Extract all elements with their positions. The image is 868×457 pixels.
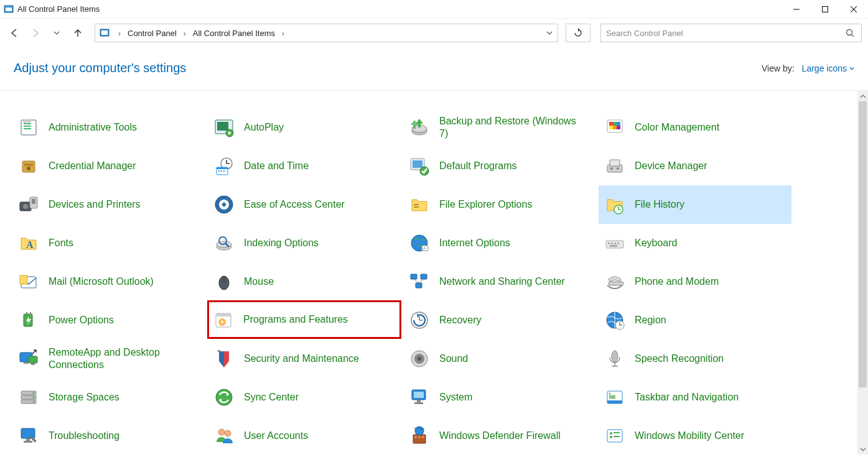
- minimize-button[interactable]: [782, 0, 811, 19]
- cp-item-label: File History: [635, 198, 684, 211]
- cp-item-ease[interactable]: Ease of Access Center: [208, 185, 401, 224]
- remote-icon: [16, 346, 41, 371]
- breadcrumb-chevron[interactable]: ›: [179, 29, 190, 38]
- svg-rect-129: [414, 436, 417, 438]
- cp-item-system[interactable]: System: [403, 378, 596, 417]
- back-button[interactable]: [6, 25, 22, 41]
- backup-icon: [407, 115, 432, 140]
- scroll-down-arrow[interactable]: [857, 444, 868, 455]
- cp-item-mail[interactable]: Mail (Microsoft Outlook): [12, 262, 205, 301]
- svg-rect-30: [24, 164, 33, 166]
- svg-rect-85: [216, 313, 231, 316]
- svg-rect-4: [823, 6, 828, 12]
- recent-locations-dropdown[interactable]: [49, 25, 65, 41]
- cp-item-filehist[interactable]: File History: [599, 185, 791, 224]
- breadcrumb-chevron[interactable]: ›: [278, 29, 289, 38]
- cp-item-label: Mail (Microsoft Outlook): [49, 275, 154, 288]
- svg-rect-39: [223, 170, 225, 172]
- close-button[interactable]: [839, 0, 868, 19]
- maximize-button[interactable]: [811, 0, 839, 19]
- cp-item-label: Sound: [439, 353, 468, 365]
- autoplay-icon: [212, 115, 236, 140]
- cp-item-label: Color Management: [635, 121, 719, 134]
- cp-item-label: AutoPlay: [244, 121, 284, 134]
- svg-rect-13: [24, 126, 31, 127]
- fonts-icon: A: [16, 231, 41, 256]
- cp-item-taskbar[interactable]: Taskbar and Navigation: [599, 378, 791, 417]
- cp-item-defaultprog[interactable]: Default Programs: [403, 147, 596, 185]
- cp-item-credential[interactable]: Credential Manager: [12, 147, 205, 185]
- svg-rect-77: [416, 283, 422, 288]
- refresh-button[interactable]: [566, 24, 590, 42]
- cp-item-network[interactable]: Network and Sharing Center: [403, 262, 596, 301]
- svg-rect-68: [614, 242, 616, 244]
- cp-item-indexing[interactable]: Indexing Options: [208, 224, 401, 262]
- cp-item-mouse[interactable]: Mouse: [208, 262, 401, 301]
- cp-item-datetime[interactable]: Date and Time: [208, 147, 401, 185]
- cp-item-speech[interactable]: Speech Recognition: [599, 339, 791, 378]
- breadcrumb-control-panel[interactable]: Control Panel: [125, 24, 179, 42]
- cp-item-security[interactable]: Security and Maintenance: [208, 339, 401, 378]
- svg-rect-66: [608, 242, 610, 244]
- cp-item-admin[interactable]: Administrative Tools: [12, 108, 205, 147]
- cp-item-users[interactable]: User Accounts: [208, 417, 401, 455]
- cp-item-devices[interactable]: Devices and Printers: [12, 185, 205, 224]
- scroll-thumb[interactable]: [859, 101, 867, 387]
- scroll-up-arrow[interactable]: [857, 91, 868, 101]
- svg-rect-75: [411, 274, 417, 279]
- svg-point-31: [27, 167, 30, 170]
- address-bar[interactable]: › Control Panel › All Control Panel Item…: [95, 24, 558, 42]
- cp-item-label: Storage Spaces: [49, 391, 119, 404]
- cp-item-storage[interactable]: Storage Spaces: [12, 378, 205, 417]
- cp-item-autoplay[interactable]: AutoPlay: [208, 108, 401, 147]
- cp-item-region[interactable]: Region: [599, 301, 791, 339]
- svg-point-112: [33, 401, 35, 403]
- svg-rect-37: [218, 170, 220, 172]
- cp-item-remote[interactable]: RemoteApp and Desktop Connections: [12, 339, 205, 378]
- cp-item-trouble[interactable]: Troubleshooting: [12, 417, 205, 455]
- cp-item-power[interactable]: Power Options: [12, 301, 205, 339]
- cp-item-recovery[interactable]: Recovery: [403, 301, 596, 339]
- cp-item-label: Default Programs: [439, 160, 517, 172]
- cp-item-keyboard[interactable]: Keyboard: [599, 224, 791, 262]
- breadcrumb-all-items[interactable]: All Control Panel Items: [190, 24, 278, 42]
- cp-item-backup[interactable]: Backup and Restore (Windows 7): [403, 108, 596, 147]
- content-area: Administrative ToolsAutoPlayBackup and R…: [0, 91, 868, 455]
- cp-item-defender[interactable]: Windows Defender Firewall: [403, 417, 596, 455]
- cp-item-label: Mouse: [244, 275, 274, 288]
- svg-rect-99: [31, 363, 35, 365]
- search-icon[interactable]: [842, 24, 857, 42]
- view-by-dropdown[interactable]: Large icons: [802, 63, 854, 73]
- cp-item-label: Sync Center: [244, 391, 299, 404]
- breadcrumb-chevron-root[interactable]: ›: [114, 29, 125, 38]
- up-button[interactable]: [70, 25, 86, 41]
- cp-item-fileexp[interactable]: File Explorer Options: [403, 185, 596, 224]
- vertical-scrollbar[interactable]: [857, 91, 868, 455]
- search-box[interactable]: [600, 24, 862, 42]
- cp-item-color[interactable]: Color Management: [599, 108, 791, 147]
- svg-point-126: [218, 429, 225, 435]
- svg-point-110: [33, 392, 35, 394]
- svg-rect-18: [217, 122, 228, 131]
- cp-item-sound[interactable]: Sound: [403, 339, 596, 378]
- cp-item-phone[interactable]: Phone and Modem: [599, 262, 791, 301]
- cp-item-sync[interactable]: Sync Center: [208, 378, 401, 417]
- recovery-icon: [407, 308, 432, 333]
- svg-rect-27: [613, 126, 617, 129]
- sound-icon: [407, 346, 432, 371]
- cp-item-fonts[interactable]: AFonts: [12, 224, 205, 262]
- cp-item-label: Recovery: [439, 314, 482, 326]
- cp-item-internet[interactable]: Internet Options: [403, 224, 596, 262]
- cp-item-devicemgr[interactable]: Device Manager: [599, 147, 791, 185]
- items-grid: Administrative ToolsAutoPlayBackup and R…: [0, 91, 868, 455]
- svg-rect-2: [6, 7, 12, 8]
- cp-item-mobility[interactable]: Windows Mobility Center: [599, 417, 791, 455]
- search-input[interactable]: [601, 24, 861, 42]
- svg-rect-115: [414, 392, 424, 398]
- cp-item-label: Taskbar and Navigation: [635, 391, 739, 404]
- cp-item-label: Credential Manager: [49, 160, 136, 172]
- address-history-dropdown[interactable]: [541, 30, 558, 36]
- fileexp-icon: [407, 192, 432, 217]
- cp-item-programs[interactable]: Programs and Features: [207, 300, 401, 339]
- forward-button[interactable]: [27, 25, 44, 41]
